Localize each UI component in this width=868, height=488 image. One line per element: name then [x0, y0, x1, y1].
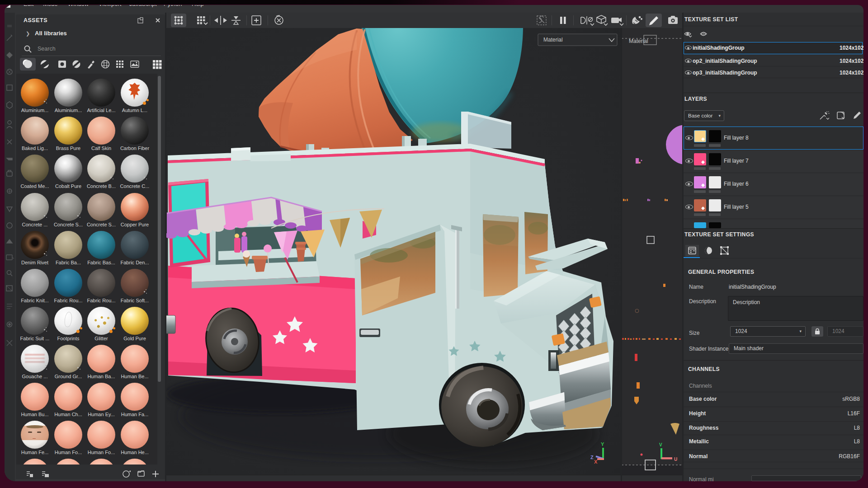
svg-text:V: V	[659, 442, 662, 447]
svg-text:Material: Material	[543, 37, 563, 43]
svg-text:X: X	[594, 459, 598, 465]
svg-text:Y: Y	[601, 441, 604, 447]
svg-text:Material: Material	[629, 38, 648, 44]
svg-text:U: U	[674, 457, 677, 462]
svg-text:Z: Z	[590, 455, 594, 460]
